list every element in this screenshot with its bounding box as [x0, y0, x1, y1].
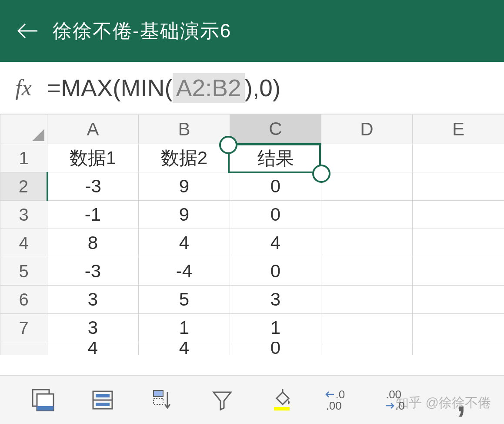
cell-d4[interactable] [321, 229, 413, 257]
filter-button[interactable] [205, 383, 240, 417]
row-header-1[interactable]: 1 [0, 144, 47, 172]
svg-rect-8 [154, 398, 163, 404]
cell-c5[interactable]: 0 [230, 257, 321, 286]
cell-e7[interactable] [413, 314, 504, 342]
svg-rect-2 [37, 406, 53, 411]
cell-a2[interactable]: -3 [47, 172, 139, 201]
document-title: 徐徐不倦-基础演示6 [53, 18, 231, 44]
cell-e6[interactable] [413, 286, 504, 314]
cell-c8[interactable]: 0 [230, 342, 321, 355]
cell-d8[interactable] [321, 342, 413, 355]
app-header: 徐徐不倦-基础演示6 [0, 0, 504, 62]
cell-d6[interactable] [321, 286, 413, 314]
table-icon [90, 388, 115, 412]
formula-prefix: =MAX(MIN( [47, 74, 173, 102]
cell-c2[interactable]: 0 [230, 172, 321, 201]
table-row: 4 8 4 4 [0, 229, 504, 257]
cell-d3[interactable] [321, 201, 413, 229]
cell-e1[interactable] [413, 144, 504, 172]
row-header-7[interactable]: 7 [0, 314, 47, 342]
left-arrow-icon [324, 390, 336, 398]
spreadsheet-table: A B C D E 1 数据1 数据2 结果 2 -3 9 0 [0, 114, 504, 355]
cell-a5[interactable]: -3 [47, 257, 139, 286]
svg-rect-6 [96, 403, 110, 406]
bottom-toolbar: .0 .00 .00 .0 , 知乎 @徐徐不倦 [0, 375, 504, 424]
cell-a6[interactable]: 3 [47, 286, 139, 314]
cell-c4[interactable]: 4 [230, 229, 321, 257]
table-row: 6 3 5 3 [0, 286, 504, 314]
cell-c3[interactable]: 0 [230, 201, 321, 229]
corner-triangle-icon [32, 129, 44, 141]
cell-e2[interactable] [413, 172, 504, 201]
column-header-d[interactable]: D [321, 114, 413, 144]
table-row: 2 -3 9 0 [0, 172, 504, 201]
selection-handle-top-left[interactable] [219, 136, 237, 154]
back-button[interactable] [15, 19, 40, 43]
sort-icon [150, 388, 174, 412]
back-arrow-icon [17, 22, 38, 40]
cell-b3[interactable]: 9 [139, 201, 230, 229]
fill-color-button[interactable] [264, 383, 299, 417]
row-header-4[interactable]: 4 [0, 229, 47, 257]
table-row: 5 -3 -4 0 [0, 257, 504, 286]
cell-c6[interactable]: 3 [230, 286, 321, 314]
sort-button[interactable] [145, 383, 180, 417]
svg-rect-5 [96, 394, 110, 397]
table-format-button[interactable] [85, 383, 120, 417]
sheets-button[interactable] [26, 383, 60, 417]
cell-c7[interactable]: 1 [230, 314, 321, 342]
cell-d2[interactable] [321, 172, 413, 201]
decrease-decimal-button[interactable]: .0 .00 [324, 383, 359, 417]
row-header-5[interactable]: 5 [0, 257, 47, 286]
table-row: 1 数据1 数据2 结果 [0, 144, 504, 172]
row-header-3[interactable]: 3 [0, 201, 47, 229]
column-header-a[interactable]: A [47, 114, 139, 144]
row-header-2[interactable]: 2 [0, 172, 47, 201]
formula-text[interactable]: =MAX(MIN( A2:B2 ),0) [47, 73, 280, 103]
formula-suffix: ),0) [245, 74, 281, 102]
cell-b7[interactable]: 1 [139, 314, 230, 342]
cell-a1[interactable]: 数据1 [47, 144, 139, 172]
table-row: 3 -1 9 0 [0, 201, 504, 229]
cell-d1[interactable] [321, 144, 413, 172]
spreadsheet-area[interactable]: A B C D E 1 数据1 数据2 结果 2 -3 9 0 [0, 114, 504, 375]
cell-a7[interactable]: 3 [47, 314, 139, 342]
cell-b8[interactable]: 4 [139, 342, 230, 355]
cell-b4[interactable]: 4 [139, 229, 230, 257]
row-header-8[interactable] [0, 342, 47, 355]
svg-rect-7 [154, 390, 163, 397]
cell-b5[interactable]: -4 [139, 257, 230, 286]
cell-e4[interactable] [413, 229, 504, 257]
row-header-6[interactable]: 6 [0, 286, 47, 314]
cell-e5[interactable] [413, 257, 504, 286]
right-arrow-icon [384, 402, 395, 410]
cell-a4[interactable]: 8 [47, 229, 139, 257]
column-header-b[interactable]: B [139, 114, 230, 144]
cell-b2[interactable]: 9 [139, 172, 230, 201]
sheets-icon [31, 388, 55, 412]
filter-icon [210, 388, 234, 412]
formula-range-highlight: A2:B2 [173, 73, 245, 103]
cell-a8[interactable]: 4 [47, 342, 139, 355]
cell-b1[interactable]: 数据2 [139, 144, 230, 172]
select-all-corner[interactable] [0, 114, 47, 144]
cell-e3[interactable] [413, 201, 504, 229]
table-row: 7 3 1 1 [0, 314, 504, 342]
cell-a3[interactable]: -1 [47, 201, 139, 229]
svg-rect-9 [274, 407, 290, 411]
cell-d5[interactable] [321, 257, 413, 286]
fx-label: fx [0, 75, 47, 101]
formula-bar[interactable]: fx =MAX(MIN( A2:B2 ),0) [0, 62, 504, 114]
cell-c1[interactable]: 结果 [230, 144, 321, 172]
cell-b6[interactable]: 5 [139, 286, 230, 314]
column-header-e[interactable]: E [413, 114, 504, 144]
selection-handle-bottom-right[interactable] [312, 165, 330, 183]
fill-bucket-icon [270, 388, 294, 412]
column-header-c[interactable]: C [230, 114, 321, 144]
comma-icon: , [457, 392, 466, 408]
thousands-separator-button[interactable]: , [444, 383, 478, 417]
increase-decimal-button[interactable]: .00 .0 [384, 383, 419, 417]
cell-d7[interactable] [321, 314, 413, 342]
table-row: 4 4 0 [0, 342, 504, 355]
cell-e8[interactable] [413, 342, 504, 355]
